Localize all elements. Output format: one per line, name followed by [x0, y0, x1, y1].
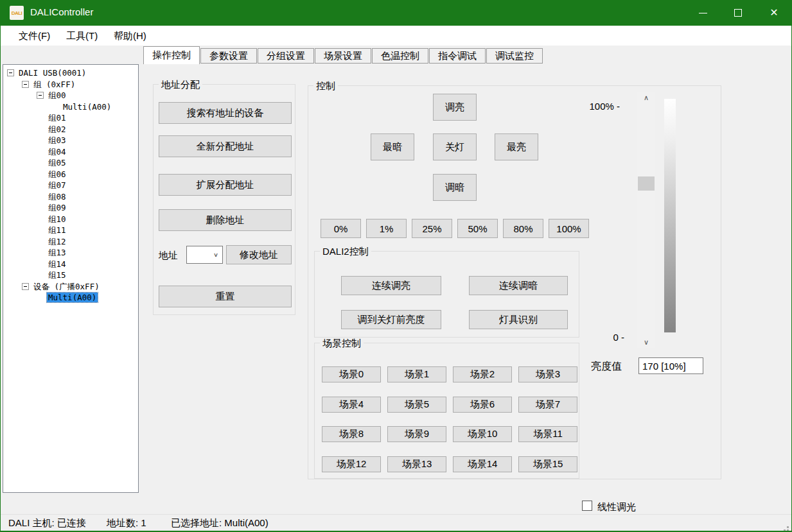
tree-item[interactable]: Multi(A00) [3, 292, 138, 304]
scene-button-1[interactable]: 场景1 [387, 366, 446, 382]
tree-item[interactable]: 组15 [3, 270, 138, 281]
tab-1[interactable]: 操作控制 [143, 46, 200, 64]
reset-button[interactable]: 重置 [159, 286, 292, 307]
scene-control-group-title: 场景控制 [320, 338, 364, 348]
menu-item-1[interactable]: 文件(F) [12, 26, 57, 46]
tree-item-label: 组10 [47, 214, 67, 224]
scene-button-3[interactable]: 场景3 [518, 366, 577, 382]
tree-item[interactable]: 组10 [3, 214, 138, 225]
minimize-icon [699, 13, 707, 13]
tree-item-label: 设备 (广播0xFF) [32, 282, 101, 291]
scrollbar-thumb[interactable] [638, 176, 655, 191]
tree-item[interactable]: 组13 [3, 247, 138, 259]
scene-button-12[interactable]: 场景12 [322, 456, 381, 472]
tab-5[interactable]: 色温控制 [372, 48, 428, 64]
tree-item[interactable]: 组14 [3, 259, 138, 270]
close-button[interactable]: ✕ [758, 0, 790, 26]
tree-item[interactable]: 组05 [3, 157, 138, 169]
linear-dimming-checkbox[interactable] [582, 501, 592, 511]
light-off-button[interactable]: 关灯 [433, 133, 477, 160]
tab-7[interactable]: 调试监控 [486, 48, 543, 64]
max-brightness-button[interactable]: 最亮 [495, 133, 538, 160]
tree-item[interactable]: 组12 [3, 236, 138, 248]
control-group-title: 控制 [313, 80, 338, 91]
scroll-up-button[interactable]: ∧ [637, 92, 655, 103]
tree-item[interactable]: 组08 [3, 191, 138, 203]
brightness-scrollbar[interactable]: ∧ ∨ [637, 92, 655, 348]
tree-item[interactable]: 组01 [3, 112, 138, 124]
scene-button-10[interactable]: 场景10 [453, 426, 512, 442]
brightness-value-label: 亮度值 [591, 360, 622, 373]
dim-down-button[interactable]: 调暗 [433, 174, 477, 201]
scene-button-15[interactable]: 场景15 [518, 456, 577, 472]
scene-button-6[interactable]: 场景6 [453, 397, 512, 413]
tree-item[interactable]: DALI USB(0001) [3, 67, 138, 79]
tree-item-label: 组13 [47, 248, 67, 257]
tree-item-label: Multi(A00) [62, 102, 112, 112]
scene-button-0[interactable]: 场景0 [322, 366, 381, 382]
address-combobox[interactable]: ∨ [186, 246, 223, 264]
scene-button-9[interactable]: 场景9 [387, 426, 446, 442]
restore-pre-off-level-button[interactable]: 调到关灯前亮度 [341, 310, 441, 329]
continuous-dim-up-button[interactable]: 连续调亮 [341, 276, 441, 295]
expander-minus-icon[interactable] [22, 81, 29, 88]
tab-6[interactable]: 指令调试 [429, 48, 486, 64]
expander-minus-icon[interactable] [37, 92, 44, 99]
percent-button-50[interactable]: 50% [457, 219, 498, 238]
scene-button-4[interactable]: 场景4 [322, 397, 381, 413]
tree-item[interactable]: 组07 [3, 180, 138, 191]
tree-item-label: 组15 [47, 270, 67, 280]
scene-button-7[interactable]: 场景7 [518, 397, 577, 413]
tree-item[interactable]: 组 (0xFF) [3, 79, 138, 90]
chevron-up-icon: ∧ [644, 94, 649, 102]
luminaire-identify-button[interactable]: 灯具识别 [469, 310, 568, 329]
tree-item-label: 组03 [47, 135, 67, 145]
percent-button-1[interactable]: 1% [366, 219, 407, 238]
dim-up-button[interactable]: 调亮 [433, 94, 477, 121]
menu-item-2[interactable]: 工具(T) [60, 26, 104, 46]
expander-minus-icon[interactable] [22, 283, 29, 290]
percent-button-25[interactable]: 25% [412, 219, 452, 238]
tree-item[interactable]: 组02 [3, 124, 138, 135]
tab-3[interactable]: 分组设置 [258, 48, 314, 64]
tree-item-label: 组02 [47, 124, 67, 134]
percent-button-80[interactable]: 80% [503, 219, 543, 238]
tree-item[interactable]: 设备 (广播0xFF) [3, 281, 138, 293]
expander-minus-icon[interactable] [7, 69, 14, 76]
tree-item-label: DALI USB(0001) [17, 68, 87, 78]
scene-button-14[interactable]: 场景14 [453, 456, 512, 472]
tree-item-label: 组08 [47, 192, 67, 202]
tree-item[interactable]: Multi(A00) [3, 101, 138, 113]
maximize-button[interactable] [722, 0, 754, 26]
tree-item[interactable]: 组04 [3, 146, 138, 158]
scroll-down-button[interactable]: ∨ [637, 337, 655, 348]
tree-item[interactable]: 组00 [3, 90, 138, 101]
extend-assign-address-button[interactable]: 扩展分配地址 [159, 174, 292, 196]
menu-item-3[interactable]: 帮助(H) [107, 26, 153, 46]
percent-button-0[interactable]: 0% [321, 219, 361, 238]
tree-item[interactable]: 组06 [3, 169, 138, 180]
tree-item[interactable]: 组03 [3, 135, 138, 146]
brightness-value-box[interactable]: 170 [10%] [638, 357, 703, 374]
minimize-button[interactable] [687, 0, 719, 26]
tab-4[interactable]: 场景设置 [315, 48, 371, 64]
scene-button-13[interactable]: 场景13 [387, 456, 446, 472]
tree-item[interactable]: 组09 [3, 202, 138, 214]
percent-button-100[interactable]: 100% [549, 219, 589, 238]
min-brightness-button[interactable]: 最暗 [371, 133, 414, 160]
scene-button-2[interactable]: 场景2 [453, 366, 512, 382]
tree-item[interactable]: 组11 [3, 225, 138, 236]
scene-button-5[interactable]: 场景5 [387, 397, 446, 413]
modify-address-button[interactable]: 修改地址 [226, 245, 292, 264]
tree-item-label: 组11 [47, 225, 67, 235]
tab-2[interactable]: 参数设置 [200, 48, 257, 64]
new-assign-address-button[interactable]: 全新分配地址 [159, 135, 292, 157]
statusbar: DALI 主机: 已连接 地址数: 1 已选择地址: Multi(A00) [1, 514, 791, 531]
scene-button-11[interactable]: 场景11 [518, 426, 577, 442]
continuous-dim-down-button[interactable]: 连续调暗 [469, 276, 568, 295]
slider-top-label: 100% - [589, 101, 620, 112]
scene-button-8[interactable]: 场景8 [322, 426, 381, 442]
resize-grip-icon[interactable] [787, 526, 789, 528]
delete-address-button[interactable]: 删除地址 [159, 209, 292, 231]
search-addressed-devices-button[interactable]: 搜索有地址的设备 [159, 102, 292, 124]
